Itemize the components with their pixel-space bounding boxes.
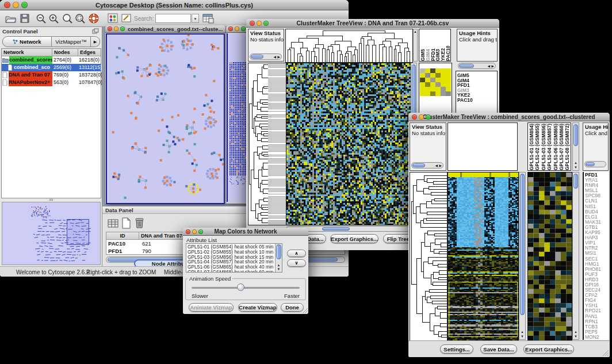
network-row[interactable]: DNA and Tran 07 769(0) 183728(0) xyxy=(2,71,101,79)
column-label[interactable]: GPL51-06 (GSM865) xyxy=(553,123,559,170)
create-vizmap-button[interactable]: Create Vizmap xyxy=(238,303,277,312)
right-arrow-icon[interactable]: ▶ xyxy=(439,163,442,168)
resize-grip-icon[interactable] xyxy=(303,308,308,313)
animate-vizmap-button[interactable]: Animate Vizmap xyxy=(189,303,234,312)
correlation-matrix[interactable] xyxy=(420,68,453,96)
column-label[interactable]: GPL51-01 (GSM854) xyxy=(529,123,534,170)
move-up-button[interactable]: ∧ xyxy=(287,250,306,257)
up-arrow-icon[interactable]: ▲ xyxy=(573,161,579,165)
column-label-scrollbar[interactable]: ▲ ▼ xyxy=(572,122,579,171)
column-label[interactable]: GIM3 xyxy=(435,29,440,61)
network-canvas-2[interactable] xyxy=(227,33,247,202)
left-arrow-icon[interactable]: ◀ xyxy=(435,163,438,168)
annotation-icon[interactable] xyxy=(121,13,132,24)
scrollbar-thumb[interactable] xyxy=(322,227,350,231)
column-label[interactable]: GPL51-04 (GSM857) xyxy=(546,123,552,170)
minimize-icon[interactable] xyxy=(235,26,239,31)
tab-overflow-button[interactable]: ▶ xyxy=(91,36,100,47)
search-input[interactable] xyxy=(155,14,191,23)
minimize-icon[interactable] xyxy=(192,229,197,234)
left-arrow-icon[interactable]: ◀ xyxy=(273,54,276,60)
close-icon[interactable] xyxy=(4,2,10,8)
network-canvas[interactable] xyxy=(106,33,225,204)
close-icon[interactable] xyxy=(108,26,112,31)
id-column-header[interactable]: ID xyxy=(106,232,139,240)
column-label[interactable]: GPL51-02 (GSM855) xyxy=(534,123,540,170)
column-label[interactable]: GIM5 xyxy=(420,29,425,61)
panel-divider[interactable] xyxy=(1,199,101,201)
search-dropdown-button[interactable]: ▼ xyxy=(192,14,199,23)
import-table-icon[interactable] xyxy=(202,13,214,24)
new-attribute-icon[interactable] xyxy=(121,217,131,229)
network-overview-canvas[interactable] xyxy=(2,202,101,265)
column-label[interactable]: YKE2 xyxy=(440,29,445,61)
tab-vizmapper[interactable]: VizMapper™ xyxy=(52,36,91,47)
network-row[interactable]: RNAPuberNov2+ 563(0) 107847(0) xyxy=(2,79,101,86)
resize-grip-icon[interactable] xyxy=(603,350,609,356)
list-vscrollbar[interactable]: ▲ ▼ xyxy=(275,244,282,272)
speed-slider-thumb[interactable] xyxy=(237,283,244,291)
float-panel-icon[interactable] xyxy=(92,28,99,35)
up-arrow-icon[interactable]: ▲ xyxy=(573,330,579,334)
zoom-in-icon[interactable] xyxy=(48,13,59,24)
view-status-scrollbar[interactable]: ◀ ▶ xyxy=(250,53,282,60)
minimize-icon[interactable] xyxy=(13,2,19,8)
minimize-icon[interactable] xyxy=(114,26,118,31)
row-dendrogram-canvas[interactable] xyxy=(410,172,447,341)
zoom-window-icon[interactable] xyxy=(241,26,246,31)
treeview2-titlebar[interactable]: ClusterMaker TreeView : combined_scores_… xyxy=(408,113,610,121)
save-icon[interactable] xyxy=(20,13,30,24)
down-arrow-icon[interactable]: ▼ xyxy=(276,267,282,271)
network-row[interactable]: combined_scores 2764(0) 16218(0) xyxy=(2,56,101,64)
usage-hints-scrollbar[interactable]: ◀ ▶ xyxy=(458,63,496,69)
scrollbar-thumb[interactable] xyxy=(251,55,263,59)
column-tree-panel[interactable] xyxy=(447,122,518,171)
network-view-titlebar[interactable]: combined_scores_good.txt--cluste... xyxy=(105,25,225,33)
zoom-window-icon[interactable] xyxy=(21,2,28,8)
close-icon[interactable] xyxy=(412,114,417,120)
row-label[interactable]: PAC10 xyxy=(457,98,480,103)
up-arrow-icon[interactable]: ▲ xyxy=(276,263,282,267)
col-header-nodes[interactable]: Nodes xyxy=(52,49,78,56)
minimize-icon[interactable] xyxy=(257,21,262,26)
scrollbar-thumb[interactable] xyxy=(459,64,474,68)
zoom-window-icon[interactable] xyxy=(426,114,431,120)
scrollbar-thumb[interactable] xyxy=(412,163,425,167)
scrollbar-thumb[interactable] xyxy=(573,174,578,189)
up-arrow-icon[interactable]: ▲ xyxy=(414,30,417,34)
attribute-listbox[interactable]: GPL51-01 (GSM854) heat shock 05 minGPL51… xyxy=(186,243,282,273)
view-status-scrollbar[interactable]: ◀ ▶ xyxy=(411,162,443,168)
zoom-heatmap-canvas[interactable] xyxy=(527,172,572,341)
right-arrow-icon[interactable]: ▶ xyxy=(491,63,494,69)
down-arrow-icon[interactable]: ▼ xyxy=(573,166,579,170)
minimize-icon[interactable] xyxy=(419,114,424,120)
zoom-vscrollbar[interactable]: ▲ ▼ xyxy=(572,172,579,340)
node-appearance-icon[interactable] xyxy=(108,13,118,24)
down-arrow-icon[interactable]: ▼ xyxy=(573,335,579,339)
zoom-out-icon[interactable] xyxy=(36,13,47,24)
open-file-icon[interactable] xyxy=(5,13,17,24)
dialog-titlebar[interactable]: Map Colors to Network xyxy=(183,228,308,236)
zoom-window-icon[interactable] xyxy=(198,229,203,234)
scrollbar-thumb[interactable] xyxy=(586,162,595,166)
attribute-item[interactable]: GPL51-07 (GSM868) heat shock 60 min xyxy=(186,270,274,273)
zoom-window-icon[interactable] xyxy=(120,26,125,31)
column-label[interactable]: GPL51-07 (GSM868) xyxy=(559,123,564,170)
column-label[interactable]: GPL51-03 (GSM856) xyxy=(541,123,546,170)
scrollbar-thumb[interactable] xyxy=(573,124,578,146)
export-graphics-button[interactable]: Export Graphics... xyxy=(330,234,378,243)
global-vscrollbar[interactable]: ▲ ▼ xyxy=(519,172,526,340)
move-down-button[interactable]: ∨ xyxy=(287,259,306,267)
down-arrow-icon[interactable]: ▼ xyxy=(519,335,525,339)
up-arrow-icon[interactable]: ▲ xyxy=(519,330,525,334)
gene-label[interactable]: MON2 xyxy=(585,335,609,340)
column-label-scrollbar[interactable]: ▲ xyxy=(413,29,418,62)
network-view2-titlebar[interactable] xyxy=(226,25,247,33)
attribute-select-icon[interactable] xyxy=(108,218,119,229)
column-label[interactable]: GIM4 xyxy=(425,29,430,61)
help-lifering-icon[interactable] xyxy=(88,13,100,25)
global-heatmap-canvas[interactable] xyxy=(447,172,519,341)
heatmap-canvas[interactable] xyxy=(286,63,411,225)
save-data-button[interactable]: Save Data... xyxy=(480,344,517,354)
done-button[interactable]: Done xyxy=(281,303,304,312)
